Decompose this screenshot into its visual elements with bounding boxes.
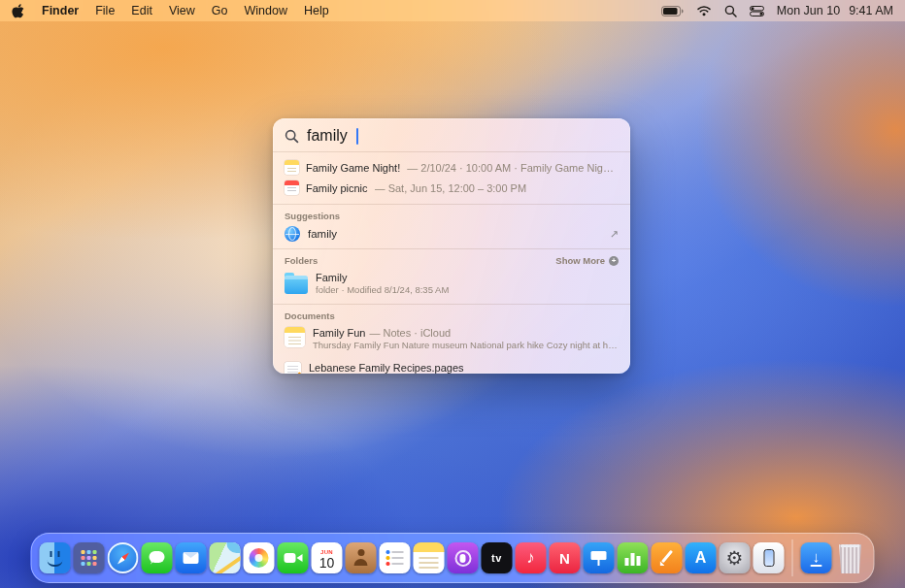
dock-appstore-icon[interactable]: A (686, 542, 717, 573)
wifi-icon[interactable] (696, 5, 712, 16)
spotlight-search-input[interactable]: family (273, 118, 630, 151)
apple-menu-icon[interactable] (12, 4, 24, 18)
notes-document-icon (285, 327, 305, 347)
result-title: Family picnic (306, 182, 368, 194)
control-center-icon[interactable] (750, 6, 764, 16)
menu-window[interactable]: Window (244, 4, 286, 17)
dock-news-icon[interactable]: N (550, 542, 581, 573)
show-more-label: Show More (555, 255, 605, 266)
text-caret (356, 128, 358, 145)
dock-music-icon[interactable]: ♪ (516, 542, 547, 573)
suggestion-family[interactable]: family ↗ (273, 224, 630, 248)
dock-downloads-icon[interactable]: ↓ (801, 542, 832, 573)
result-meta: — Sat, Jun 15, 12:00 – 3:00 PM (375, 182, 527, 194)
result-meta: — 2/10/24 · 10:00 AM · Family Game Night… (407, 162, 619, 174)
top-hits-list: Family Game Night! — 2/10/24 · 10:00 AM … (273, 152, 630, 204)
document-result-lebanese-recipes[interactable]: Lebanese Family Recipes.pages (273, 359, 630, 374)
dock-safari-icon[interactable] (108, 542, 139, 573)
dock-podcasts-icon[interactable] (448, 542, 479, 573)
document-subtitle: Thursday Family Fun Nature museum Nation… (313, 340, 619, 351)
result-family-picnic[interactable]: Family picnic — Sat, Jun 15, 12:00 – 3:0… (273, 178, 630, 198)
section-header-documents: Documents (273, 305, 630, 324)
dock-finder-icon[interactable] (40, 542, 71, 573)
document-meta: — Notes · iCloud (369, 327, 451, 340)
document-result-family-fun[interactable]: Family Fun — Notes · iCloud Thursday Fam… (273, 324, 630, 359)
folder-title: Family (316, 272, 449, 284)
magnifier-icon (285, 129, 299, 144)
menu-bar-date[interactable]: Mon Jun 10 (777, 4, 840, 17)
result-family-game-night[interactable]: Family Game Night! — 2/10/24 · 10:00 AM … (273, 157, 630, 178)
open-arrow-icon: ↗ (610, 228, 619, 241)
search-icon[interactable] (724, 5, 737, 17)
menu-edit[interactable]: Edit (131, 4, 152, 17)
plus-circle-icon: + (609, 256, 619, 266)
calendar-icon (285, 180, 299, 195)
battery-icon[interactable] (661, 6, 684, 16)
menu-bar: FinderFileEditViewGoWindowHelp Mon Jun 1… (0, 0, 905, 21)
section-header-folders: Folders Show More + (273, 249, 630, 269)
dock-trash-icon[interactable] (835, 542, 866, 573)
result-title: Family Game Night! (306, 162, 400, 174)
dock-messages-icon[interactable] (142, 542, 173, 573)
dock-calendar-icon[interactable]: JUN10 (312, 542, 343, 573)
dock-facetime-icon[interactable] (278, 542, 309, 573)
desktop-wallpaper: FinderFileEditViewGoWindowHelp Mon Jun 1… (0, 0, 905, 588)
spotlight-panel: family Family Game Night! — 2/10/24 · 10… (273, 118, 630, 374)
dock-divider (792, 539, 793, 576)
menu-help[interactable]: Help (304, 4, 329, 17)
dock-settings-icon[interactable]: ⚙ (720, 542, 751, 573)
dock-reminders-icon[interactable] (380, 542, 411, 573)
pages-document-icon (285, 362, 301, 374)
dock-tv-icon[interactable]: tv (482, 542, 513, 573)
dock-pages-icon[interactable] (652, 542, 683, 573)
folder-result-family[interactable]: Family folder · Modified 8/1/24, 8:35 AM (273, 269, 630, 304)
folder-subtitle: folder · Modified 8/1/24, 8:35 AM (316, 284, 449, 296)
documents-header-label: Documents (285, 310, 335, 321)
dock-notes-icon[interactable] (414, 542, 445, 573)
search-query-text: family (307, 127, 348, 145)
suggestions-header-label: Suggestions (285, 211, 340, 221)
menu-go[interactable]: Go (212, 4, 228, 17)
folders-header-label: Folders (285, 255, 318, 266)
document-title: Lebanese Family Recipes.pages (309, 362, 464, 374)
folder-icon (285, 276, 308, 294)
dock-iphone-mirroring-icon[interactable] (754, 542, 785, 573)
dock-contacts-icon[interactable] (346, 542, 377, 573)
show-more-button[interactable]: Show More + (555, 255, 619, 266)
app-menus: FinderFileEditViewGoWindowHelp (42, 4, 329, 17)
dock-mail-icon[interactable] (176, 542, 207, 573)
web-suggestion-icon (285, 226, 300, 242)
dock-maps-icon[interactable] (210, 542, 241, 573)
note-icon (285, 160, 299, 175)
menu-bar-clock[interactable]: 9:41 AM (849, 4, 893, 17)
dock-launchpad-icon[interactable] (74, 542, 105, 573)
dock-keynote-icon[interactable] (584, 542, 615, 573)
dock-photos-icon[interactable] (244, 542, 275, 573)
menu-finder[interactable]: Finder (42, 4, 79, 17)
menu-file[interactable]: File (95, 4, 115, 17)
dock: JUN10tv♪NA⚙↓ (31, 533, 875, 583)
menu-view[interactable]: View (169, 4, 195, 17)
document-title: Family Fun (313, 327, 365, 340)
dock-numbers-icon[interactable] (618, 542, 649, 573)
suggestion-label: family (308, 228, 337, 240)
section-header-suggestions: Suggestions (273, 205, 630, 224)
